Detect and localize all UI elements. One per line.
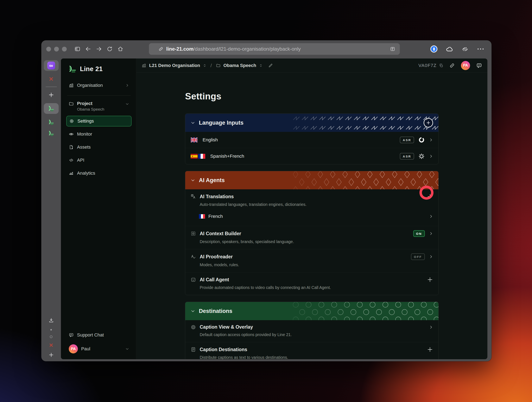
breadcrumb-project[interactable]: Obama Speech [223, 63, 256, 68]
new-tab-icon[interactable] [48, 92, 54, 98]
edit-pencil-icon[interactable] [268, 63, 273, 68]
sidebar-item-label: Organisation [77, 83, 122, 88]
more-menu-icon[interactable] [477, 48, 484, 50]
destinations-card: Destinations Caption View & Overlay [185, 302, 439, 359]
agent-subtitle: Modes, models, rules. [200, 262, 433, 267]
agent-title: AI Context Builder [200, 231, 241, 236]
destination-subtitle: Distribute captions as text to various d… [200, 355, 433, 359]
sidebar-item-settings[interactable]: Settings [66, 116, 132, 126]
gear-icon [69, 119, 74, 123]
ai-agents-header[interactable]: AI Agents [185, 171, 438, 189]
chart-icon [69, 171, 74, 176]
line21-favicon [48, 105, 55, 112]
agent-ai-call-agent[interactable]: AI Call Agent Provide automated captions… [185, 272, 438, 295]
sidebar-item-api[interactable]: API [66, 155, 132, 166]
sidebar-item-monitor[interactable]: Monitor [66, 129, 132, 140]
agent-subtitle: Description, speakers, brands, specialis… [200, 239, 433, 244]
purple-app-icon: ∞ [47, 62, 55, 69]
code-icon [69, 158, 74, 163]
add-caption-destination-button[interactable] [427, 346, 433, 353]
agent-title: AI Call Agent [200, 277, 229, 283]
destination-caption-view-overlay[interactable]: Caption View & Overlay Default caption a… [185, 320, 438, 342]
section-title: Destinations [199, 308, 232, 314]
session-code: VA0F7Z [418, 63, 437, 68]
zoom-window-button[interactable] [62, 47, 67, 52]
language-inputs-header[interactable]: Language Inputs [185, 114, 438, 132]
ai-agents-card: AI Agents AI Translations [185, 171, 439, 295]
cloud-icon[interactable] [446, 46, 453, 52]
password-manager-icon[interactable] [431, 45, 437, 52]
reader-grid-icon[interactable] [390, 46, 395, 52]
chat-icon [69, 333, 74, 337]
share-link-icon[interactable] [450, 63, 455, 68]
breadcrumb-organisation[interactable]: L21 Demo Organisation [149, 63, 200, 68]
url-host: line-21.com [166, 46, 194, 52]
chevron-right-icon[interactable] [429, 255, 433, 259]
chevron-right-icon [125, 84, 129, 87]
chevron-right-icon[interactable] [429, 138, 433, 142]
closed-tab-icon[interactable] [49, 76, 54, 82]
sidebar-item-project[interactable]: Project Obama Speech [66, 101, 132, 112]
chevron-right-icon[interactable] [429, 325, 433, 329]
active-tab-line21[interactable] [44, 103, 59, 114]
engine-ring-icon [418, 137, 425, 143]
sidebar-item-label: Assets [77, 144, 129, 150]
minimize-window-button[interactable] [54, 47, 59, 52]
pinned-app-tab[interactable]: ∞ [44, 60, 59, 71]
closed-tab-icon-2[interactable] [49, 343, 54, 348]
address-bar[interactable]: line-21.com/dashboard/l21-demo-organisat… [149, 43, 400, 55]
sidebar-item-label: Settings [77, 118, 129, 124]
chevron-right-icon[interactable] [429, 154, 433, 158]
new-tab-icon-2[interactable] [49, 352, 54, 357]
selector-icon[interactable] [203, 64, 206, 68]
translation-row-french[interactable]: French [199, 210, 433, 223]
agent-ai-context-builder[interactable]: AI Context Builder ON Description, speak… [185, 226, 438, 249]
add-language-input-button[interactable] [424, 118, 433, 128]
tabstrip-divider [46, 87, 57, 87]
chevron-down-icon[interactable] [191, 309, 195, 313]
sidebar-item-analytics[interactable]: Analytics [66, 168, 132, 179]
browser-tabstrip: ∞ [41, 58, 61, 361]
sidebar-item-organisation[interactable]: Organisation [66, 80, 132, 91]
chevron-right-icon[interactable] [429, 214, 433, 219]
agent-ai-proofreader[interactable]: AI Proofreader OFF Modes, models, rules. [185, 249, 438, 272]
chevron-down-icon[interactable] [191, 178, 195, 182]
tab-line21-2[interactable] [48, 119, 55, 125]
chevron-right-icon[interactable] [429, 232, 433, 236]
language-row-english[interactable]: English ASR [185, 132, 438, 148]
destinations-header[interactable]: Destinations [185, 302, 438, 320]
app-sidebar: Line 21 Organisation [61, 58, 136, 359]
reload-icon[interactable] [104, 45, 115, 53]
logo[interactable]: Line 21 [66, 64, 132, 73]
add-call-agent-button[interactable] [427, 277, 433, 283]
language-label: Spanish+French [210, 154, 244, 159]
avatar[interactable]: PA [461, 61, 470, 70]
copy-icon[interactable] [439, 64, 443, 68]
user-name: Paul [81, 346, 122, 351]
user-menu[interactable]: PA Paul [66, 343, 132, 355]
destination-caption-destinations[interactable]: Caption Destinations Distribute captions… [185, 342, 438, 359]
forward-icon[interactable] [94, 45, 104, 53]
sidebar-item-assets[interactable]: Assets [66, 142, 132, 153]
badger-extension-icon[interactable] [461, 46, 469, 52]
chevron-down-icon [125, 102, 129, 106]
toolbar-extensions [431, 45, 484, 52]
downloads-icon[interactable] [48, 318, 54, 323]
feedback-chat-icon[interactable] [476, 63, 482, 68]
chevron-down-icon[interactable] [191, 121, 195, 125]
back-icon[interactable] [83, 45, 94, 53]
close-window-button[interactable] [46, 47, 51, 52]
destination-title: Caption Destinations [200, 347, 247, 352]
sidebar-toggle-icon[interactable] [72, 45, 83, 53]
asr-badge: ASR [400, 153, 414, 160]
project-label: Project [77, 101, 122, 106]
selector-icon[interactable] [259, 64, 262, 68]
home-icon[interactable] [115, 45, 126, 53]
target-icon [191, 324, 196, 330]
main-area: L21 Demo Organisation / Obama Speech [136, 58, 488, 359]
tab-line21-3[interactable] [48, 130, 55, 136]
sidebar-item-support-chat[interactable]: Support Chat [66, 330, 132, 340]
language-row-spanish-french[interactable]: Spanish+French ASR [185, 148, 438, 164]
agent-ai-translations[interactable]: AI Translations Auto-translated language… [185, 189, 438, 226]
page-title: Settings [185, 91, 488, 102]
